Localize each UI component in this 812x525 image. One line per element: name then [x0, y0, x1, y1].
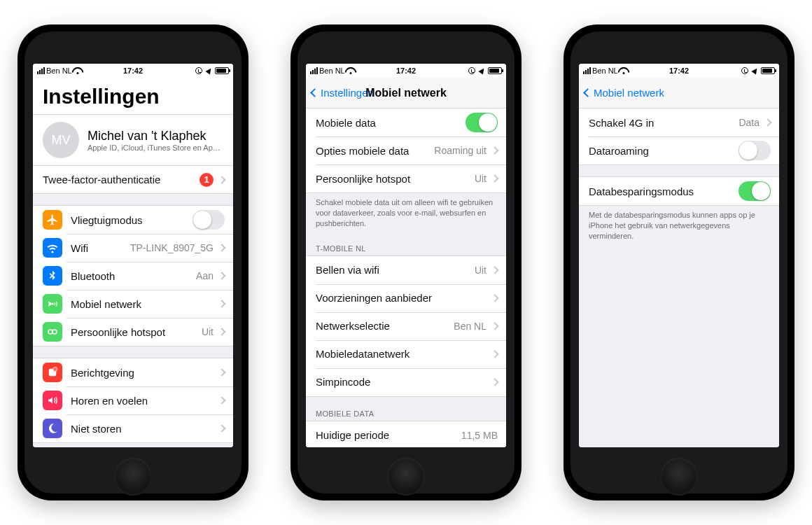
battery-icon — [761, 67, 775, 74]
wifi-calling-cell[interactable]: Bellen via wifi Uit — [306, 256, 506, 284]
network-selection-cell[interactable]: Netwerkselectie Ben NL — [306, 312, 506, 340]
bluetooth-label: Bluetooth — [71, 270, 190, 282]
data-options-label: Opties mobiele data — [316, 145, 428, 157]
sounds-cell[interactable]: Horen en voelen — [33, 386, 233, 414]
wifi-calling-label: Bellen via wifi — [316, 264, 469, 276]
enable-4g-cell[interactable]: Schakel 4G in Data — [579, 108, 779, 136]
hotspot-icon — [43, 322, 62, 342]
chevron-right-icon — [491, 174, 498, 182]
chevron-right-icon — [218, 272, 225, 279]
hotspot-cell[interactable]: Persoonlijke hotspot Uit — [33, 318, 233, 346]
orientation-lock-icon — [195, 67, 202, 74]
mobile-data-section-header: MOBIELE DATA — [306, 397, 506, 421]
network-selection-value: Ben NL — [454, 321, 486, 332]
chevron-right-icon — [491, 350, 498, 358]
apn-cell[interactable]: Mobieledatanetwerk — [306, 340, 506, 368]
sounds-icon — [43, 391, 62, 410]
personal-hotspot-cell[interactable]: Persoonlijke hotspot Uit — [306, 164, 506, 192]
wifi-label: Wifi — [71, 242, 125, 254]
chevron-right-icon — [491, 322, 498, 330]
mobile-data-footer: Schakel mobiele data uit om alleen wifi … — [306, 193, 506, 232]
current-period-cell[interactable]: Huidige periode 11,5 MB — [306, 421, 506, 447]
home-button[interactable] — [114, 458, 152, 496]
profile-name: Michel van 't Klaphek — [88, 129, 225, 144]
personal-hotspot-value: Uit — [475, 173, 486, 184]
back-label: Mobiel netwerk — [594, 87, 664, 99]
sim-pin-cell[interactable]: Simpincode — [306, 368, 506, 396]
clock-label: 17:42 — [396, 66, 416, 75]
status-bar: Ben NL 17:42 — [33, 64, 233, 78]
carrier-services-cell[interactable]: Voorzieningen aanbieder — [306, 284, 506, 312]
carrier-section-header: T-MOBILE NL — [306, 232, 506, 255]
airplane-toggle[interactable] — [192, 210, 225, 230]
sounds-label: Horen en voelen — [71, 395, 214, 407]
current-period-value: 11,5 MB — [461, 430, 498, 441]
signal-icon — [310, 67, 318, 74]
data-roaming-label: Dataroaming — [589, 145, 734, 157]
clock-label: 17:42 — [669, 66, 689, 75]
chevron-right-icon — [764, 118, 771, 126]
data-roaming-toggle[interactable] — [738, 141, 771, 160]
back-button[interactable]: Mobiel netwerk — [584, 87, 664, 99]
mobile-data-label: Mobiele data — [316, 117, 461, 129]
apn-label: Mobieledatanetwerk — [316, 348, 486, 360]
airplane-mode-cell[interactable]: Vliegtuigmodus — [33, 206, 233, 234]
two-factor-cell[interactable]: Twee-factor-authenticatie 1 — [33, 166, 233, 194]
low-data-mode-footer: Met de databesparingsmodus kunnen apps o… — [579, 206, 779, 244]
carrier-label: Ben NL — [46, 66, 72, 75]
network-selection-label: Netwerkselectie — [316, 320, 448, 332]
notifications-icon — [43, 363, 62, 382]
mobile-data-toggle[interactable] — [465, 113, 498, 132]
notifications-cell[interactable]: Berichtgeving — [33, 358, 233, 386]
wifi-icon — [620, 67, 629, 74]
chevron-right-icon — [491, 294, 498, 302]
screen-mobile-network: Ben NL 17:42 Instellingen Mobiel netwerk — [306, 64, 506, 447]
chevron-left-icon — [583, 88, 592, 97]
svg-point-1 — [52, 330, 57, 334]
svg-point-0 — [48, 330, 52, 334]
wifi-cell[interactable]: Wifi TP-LINK_8907_5G — [33, 234, 233, 262]
status-bar: Ben NL 17:42 — [579, 64, 779, 78]
dnd-icon — [43, 419, 62, 438]
low-data-mode-toggle[interactable] — [738, 181, 771, 201]
wifi-icon — [74, 67, 83, 74]
dnd-cell[interactable]: Niet storen — [33, 414, 233, 442]
battery-icon — [488, 67, 502, 74]
low-data-mode-label: Databesparingsmodus — [589, 186, 734, 197]
apple-id-cell[interactable]: MV Michel van 't Klaphek Apple ID, iClou… — [33, 115, 233, 166]
airplane-label: Vliegtuigmodus — [71, 214, 188, 226]
wifi-icon — [346, 67, 356, 74]
chevron-right-icon — [218, 396, 225, 404]
chevron-right-icon — [218, 424, 225, 432]
nav-bar: Mobiel netwerk — [579, 78, 779, 108]
enable-4g-label: Schakel 4G in — [589, 117, 733, 129]
screen-data-options: Ben NL 17:42 Mobiel netwerk — [579, 64, 779, 447]
home-button[interactable] — [660, 458, 698, 496]
nav-title: Mobiel netwerk — [365, 87, 447, 99]
bluetooth-cell[interactable]: Bluetooth Aan — [33, 262, 233, 290]
location-icon — [478, 66, 486, 74]
home-button[interactable] — [387, 458, 425, 496]
clock-label: 17:42 — [123, 66, 143, 75]
wifi-settings-icon — [43, 238, 62, 258]
chevron-right-icon — [218, 368, 225, 376]
hotspot-label: Persoonlijke hotspot — [71, 326, 196, 338]
hotspot-value: Uit — [202, 326, 214, 337]
profile-subtitle: Apple ID, iCloud, iTunes Store en App S… — [88, 144, 225, 152]
phone-frame-1: Ben NL 17:42 Instellingen MV Michel van … — [18, 24, 248, 500]
data-roaming-cell[interactable]: Dataroaming — [579, 136, 779, 164]
status-bar: Ben NL 17:42 — [306, 64, 506, 78]
low-data-mode-cell[interactable]: Databesparingsmodus — [579, 177, 779, 205]
wifi-calling-value: Uit — [475, 265, 486, 276]
data-options-cell[interactable]: Opties mobiele data Roaming uit — [306, 136, 506, 164]
battery-icon — [215, 67, 229, 74]
enable-4g-value: Data — [738, 117, 760, 128]
page-title: Instellingen — [33, 78, 233, 115]
carrier-services-label: Voorzieningen aanbieder — [316, 292, 486, 304]
screen-settings-root: Ben NL 17:42 Instellingen MV Michel van … — [33, 64, 233, 447]
mobile-data-cell[interactable]: Mobiele data — [306, 108, 506, 136]
sim-pin-label: Simpincode — [316, 376, 486, 388]
mobile-network-cell[interactable]: Mobiel netwerk — [33, 290, 233, 318]
carrier-label: Ben NL — [319, 66, 345, 75]
back-button[interactable]: Instellingen — [312, 87, 374, 99]
